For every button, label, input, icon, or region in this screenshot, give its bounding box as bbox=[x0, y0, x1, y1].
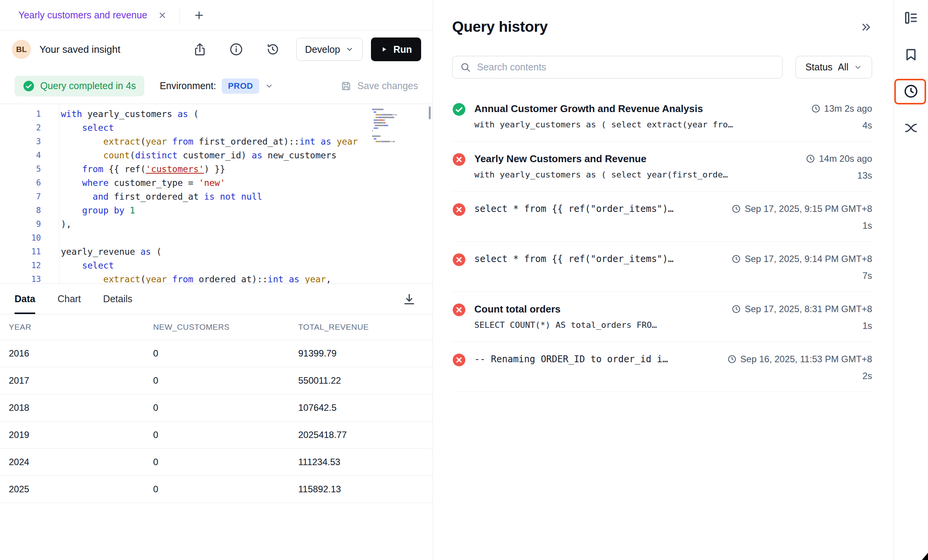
info-icon[interactable] bbox=[229, 42, 244, 57]
query-history-item-meta: Sep 17, 2025, 9:15 PM GMT+8 1s bbox=[732, 202, 872, 233]
table-row: 2016091399.79 bbox=[0, 340, 433, 367]
table-row: 20180107642.5 bbox=[0, 394, 433, 422]
table-cell: 0 bbox=[144, 430, 289, 440]
environment-selector[interactable]: Environment: PROD bbox=[160, 78, 273, 94]
query-history-item[interactable]: select * from {{ ref("order_items")… Sep… bbox=[452, 242, 872, 291]
status-filter-label: Status bbox=[805, 62, 833, 73]
results-table-body: 2016091399.7920170550011.2220180107642.5… bbox=[0, 340, 433, 503]
sql-code-editor[interactable]: 12345678910111213 with yearly_customers … bbox=[0, 104, 433, 284]
query-status-icon bbox=[452, 202, 466, 217]
tab-bar: Yearly customers and revenue bbox=[0, 0, 433, 31]
query-history-item-meta: 14m 20s ago 13s bbox=[746, 152, 872, 182]
run-button-label: Run bbox=[393, 44, 412, 55]
query-history-item-main: Annual Customer Growth and Revenue Analy… bbox=[474, 102, 737, 132]
develop-button[interactable]: Develop bbox=[296, 38, 363, 61]
table-cell: 0 bbox=[144, 484, 289, 495]
tab-yearly-customers-and-revenue[interactable]: Yearly customers and revenue bbox=[0, 0, 180, 30]
header-actions bbox=[192, 42, 280, 57]
query-history-item-main: -- Renaming ORDER_ID to order_id i… bbox=[474, 352, 719, 366]
table-row: 20170550011.22 bbox=[0, 367, 433, 394]
query-history-item-title: select * from {{ ref("order_items")… bbox=[474, 202, 723, 216]
query-history-item-snippet: SELECT COUNT(*) AS total_orders FRO… bbox=[474, 317, 723, 333]
query-history-item-time: 14m 20s ago bbox=[746, 152, 872, 166]
cursor-artifact bbox=[922, 553, 928, 560]
query-history-item-main: select * from {{ ref("order_items")… bbox=[474, 202, 723, 216]
table-cell: 107642.5 bbox=[289, 402, 433, 413]
x-circle-icon bbox=[452, 153, 466, 166]
clock-icon bbox=[732, 254, 741, 264]
tab-label: Yearly customers and revenue bbox=[18, 10, 147, 21]
query-status-icon bbox=[452, 102, 466, 116]
save-changes-button[interactable]: Save changes bbox=[340, 80, 418, 92]
table-cell: 2019 bbox=[0, 430, 144, 440]
clock-icon bbox=[732, 204, 741, 213]
query-history-item-duration: 4s bbox=[746, 119, 872, 132]
editor-minimap[interactable] bbox=[372, 108, 414, 143]
query-history-item-title: Annual Customer Growth and Revenue Analy… bbox=[474, 102, 737, 116]
tab-details[interactable]: Details bbox=[103, 284, 132, 314]
query-history-item-duration: 2s bbox=[727, 369, 872, 383]
lineage-icon[interactable] bbox=[903, 120, 919, 136]
query-history-item[interactable]: select * from {{ ref("order_items")… Sep… bbox=[452, 192, 872, 241]
table-cell: 111234.53 bbox=[289, 457, 433, 467]
compiled-code-icon[interactable] bbox=[903, 10, 919, 26]
table-cell: 2025418.77 bbox=[289, 430, 433, 440]
clock-icon bbox=[806, 154, 815, 163]
check-circle-icon bbox=[452, 103, 466, 116]
run-button[interactable]: Run bbox=[371, 37, 421, 61]
query-history-item-main: Count total orders SELECT COUNT(*) AS to… bbox=[474, 302, 723, 333]
query-history-item-snippet: with yearly_customers as ( select year(f… bbox=[474, 167, 737, 182]
table-row: 20240111234.53 bbox=[0, 449, 433, 476]
query-status-icon bbox=[452, 152, 466, 166]
query-history-item-duration: 1s bbox=[732, 319, 872, 333]
editor-scrollbar[interactable] bbox=[429, 106, 431, 119]
page-title: Query history bbox=[452, 18, 548, 35]
query-history-item[interactable]: Annual Customer Growth and Revenue Analy… bbox=[452, 91, 872, 141]
double-chevron-right-icon[interactable] bbox=[861, 21, 872, 34]
table-cell: 2024 bbox=[0, 457, 144, 467]
query-editor-panel: Yearly customers and revenue BL Your sav… bbox=[0, 0, 433, 560]
table-cell: 550011.22 bbox=[289, 375, 433, 386]
query-history-item-duration: 1s bbox=[732, 219, 872, 233]
save-changes-label: Save changes bbox=[358, 80, 418, 91]
query-history-item[interactable]: Count total orders SELECT COUNT(*) AS to… bbox=[452, 292, 872, 342]
query-status-icon bbox=[452, 252, 466, 267]
query-history-item[interactable]: -- Renaming ORDER_ID to order_id i… Sep … bbox=[452, 342, 872, 392]
query-status-pill: Query completed in 4s bbox=[15, 76, 144, 96]
query-history-item-duration: 13s bbox=[746, 169, 872, 182]
table-cell: 2016 bbox=[0, 348, 144, 359]
table-cell: 91399.79 bbox=[289, 348, 433, 359]
tab-chart[interactable]: Chart bbox=[57, 284, 81, 314]
bookmark-icon[interactable] bbox=[903, 47, 919, 62]
query-history-item-meta: Sep 17, 2025, 9:14 PM GMT+8 7s bbox=[732, 252, 872, 283]
search-box[interactable] bbox=[452, 56, 783, 78]
chevron-down-icon bbox=[345, 45, 354, 54]
query-history-titlebar: Query history bbox=[452, 18, 872, 35]
column-header-year: YEAR bbox=[0, 322, 144, 332]
new-tab-button[interactable] bbox=[191, 7, 207, 24]
query-history-list: Annual Customer Growth and Revenue Analy… bbox=[452, 91, 872, 392]
share-icon[interactable] bbox=[192, 42, 207, 57]
query-history-item-title: select * from {{ ref("order_items")… bbox=[474, 252, 723, 266]
query-history-item-title: -- Renaming ORDER_ID to order_id i… bbox=[474, 352, 719, 366]
query-history-item-time: Sep 17, 2025, 8:31 PM GMT+8 bbox=[732, 302, 872, 316]
chevron-down-icon bbox=[854, 63, 862, 72]
play-icon bbox=[380, 46, 388, 53]
close-icon[interactable] bbox=[157, 10, 168, 21]
version-history-icon[interactable] bbox=[265, 42, 280, 57]
table-cell: 2018 bbox=[0, 402, 144, 413]
column-header-new-customers: NEW_CUSTOMERS bbox=[144, 322, 289, 332]
results-tab-bar: Data Chart Details bbox=[0, 284, 433, 314]
tab-data[interactable]: Data bbox=[15, 284, 35, 314]
status-filter-dropdown[interactable]: Status All bbox=[796, 56, 872, 78]
download-icon[interactable] bbox=[400, 290, 418, 308]
x-circle-icon bbox=[452, 303, 466, 317]
query-history-item-meta: Sep 16, 2025, 11:53 PM GMT+8 2s bbox=[727, 352, 872, 383]
query-history-icon[interactable] bbox=[903, 83, 919, 99]
x-circle-icon bbox=[452, 203, 466, 217]
query-history-item[interactable]: Yearly New Customers and Revenue with ye… bbox=[452, 142, 872, 191]
query-status-bar: Query completed in 4s Environment: PROD … bbox=[0, 68, 433, 104]
app-window: Yearly customers and revenue BL Your sav… bbox=[0, 0, 928, 560]
search-icon bbox=[460, 62, 471, 73]
search-input[interactable] bbox=[476, 61, 774, 73]
